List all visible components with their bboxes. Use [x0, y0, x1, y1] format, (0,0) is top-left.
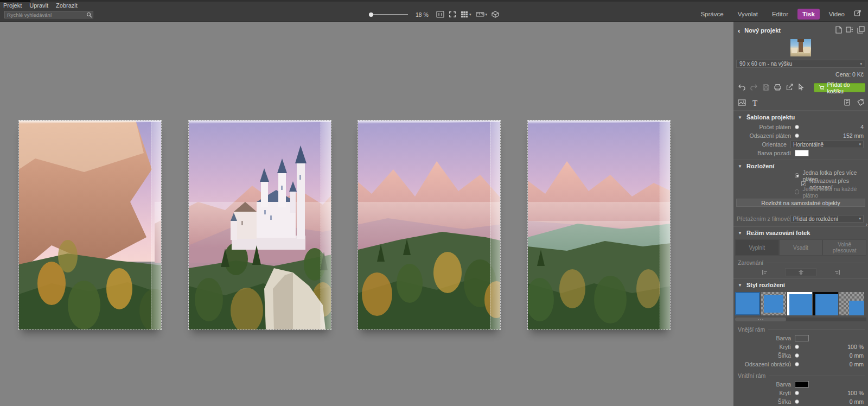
fit-mode-segmented: Vyplnit Vsadit Volně přesouvat	[735, 239, 866, 256]
tab-editor[interactable]: Editor	[767, 9, 793, 20]
collapse-triangle-icon[interactable]: ▼	[738, 164, 742, 169]
slider-handle[interactable]	[795, 353, 799, 358]
section-styl-rozlozeni[interactable]: ▼ Styl rozložení	[733, 278, 868, 290]
outer-frame-color-swatch[interactable]	[795, 335, 809, 341]
background-color-swatch[interactable]	[795, 150, 809, 156]
collapse-triangle-icon[interactable]: ▼	[738, 231, 742, 236]
add-to-cart-button[interactable]: Přidat do košíku	[814, 83, 865, 92]
inner-frame-sublabel: Vnitřní rám	[733, 371, 868, 380]
row-value: 152 mm	[840, 132, 864, 139]
canvas-panel-4[interactable]	[528, 120, 670, 329]
slider-handle[interactable]	[795, 125, 799, 129]
zoom-controls: 18 % ▾ ▾	[369, 11, 499, 18]
back-chevron-icon[interactable]: ‹	[738, 27, 740, 35]
share-export-icon[interactable]	[786, 84, 793, 92]
row-barva-pozadi: Barva pozadí	[733, 149, 868, 157]
zoom-slider-handle[interactable]	[369, 12, 373, 17]
row-inner-barva: Barva	[733, 380, 868, 389]
menu-upravit[interactable]: Upravit	[29, 2, 48, 9]
drag-action-value: Přidat do rozložení	[793, 216, 859, 222]
insert-text-icon[interactable]: T	[752, 100, 757, 106]
radio-icon[interactable]	[795, 173, 799, 178]
canvas-panel-2[interactable]	[189, 120, 331, 329]
tab-spravce[interactable]: Správce	[695, 9, 728, 20]
section-title: Rozložení	[746, 163, 774, 169]
row-value: 100 %	[840, 344, 864, 350]
project-properties-icon[interactable]	[846, 26, 853, 35]
row-outer-sirka: Šířka 0 mm	[733, 351, 868, 360]
canvas-panel-1[interactable]	[19, 120, 161, 329]
print-preview-canvas[interactable]	[0, 22, 733, 406]
insert-image-icon[interactable]	[738, 99, 746, 107]
duplicate-project-icon[interactable]	[857, 26, 865, 35]
style-margin[interactable]	[761, 292, 786, 315]
split-to-objects-button[interactable]: Rozložit na samostatné objekty	[736, 199, 865, 207]
slider-handle[interactable]	[795, 345, 799, 349]
align-left-button[interactable]	[749, 268, 780, 276]
new-project-icon[interactable]	[835, 26, 842, 35]
transform-pointer-icon[interactable]	[798, 84, 804, 92]
drag-action-select[interactable]: Přidat do rozložení ▾	[790, 215, 864, 223]
menu-zobrazit[interactable]: Zobrazit	[56, 2, 78, 9]
grid-view-icon[interactable]: ▾	[461, 11, 471, 18]
module-tabs: Správce Vyvolat Editor Tisk Video	[695, 9, 861, 20]
slider-handle[interactable]	[795, 391, 799, 395]
print-icon[interactable]	[774, 84, 781, 92]
zoom-slider[interactable]	[369, 12, 408, 17]
menu-projekt[interactable]: Projekt	[3, 2, 22, 9]
fit-to-screen-icon[interactable]	[449, 11, 456, 18]
ruler-units-icon[interactable]: ▾	[476, 11, 488, 17]
tab-video[interactable]: Video	[824, 9, 850, 20]
canvas-size-value: 90 x 60 cm - na výšku	[739, 61, 860, 67]
row-label: Orientace	[736, 141, 790, 148]
row-label: Barva pozadí	[736, 150, 795, 156]
tab-tisk[interactable]: Tisk	[797, 9, 820, 20]
alignment-sublabel: Zarovnání	[733, 258, 868, 267]
project-title: Nový projekt	[744, 27, 835, 34]
orientace-select[interactable]: Horizontálně ▾	[790, 141, 864, 148]
style-offset[interactable]	[839, 292, 864, 315]
style-scrollbar[interactable]	[735, 318, 866, 321]
project-thumbnail[interactable]	[790, 39, 811, 56]
price-calculation-icon[interactable]	[844, 99, 851, 107]
section-sablona-projektu[interactable]: ▼ Šablona projektu	[733, 111, 868, 123]
radio-one-photo-each[interactable]: Jedna fotka na každé plátno	[733, 188, 868, 196]
collapse-triangle-icon[interactable]: ▼	[738, 283, 742, 288]
canvas-size-select[interactable]: 90 x 60 cm - na výšku ▾	[736, 60, 865, 68]
grid-dropdown-arrow[interactable]: ▾	[469, 12, 471, 17]
undo-icon[interactable]	[738, 84, 745, 92]
style-white-frame[interactable]	[787, 292, 812, 315]
zoom-1to1-icon[interactable]	[436, 11, 444, 18]
style-black-frame[interactable]	[813, 292, 838, 315]
tab-vyvolat[interactable]: Vyvolat	[733, 9, 763, 20]
external-window-icon[interactable]	[854, 9, 861, 19]
canvas-panel-3[interactable]	[358, 120, 500, 329]
fit-mode-fill-button[interactable]: Vyplnit	[735, 239, 779, 256]
row-label: Šířka	[736, 352, 795, 359]
price-tag-icon[interactable]	[857, 99, 864, 107]
search-input[interactable]	[5, 12, 85, 18]
preview-3d-icon[interactable]	[492, 11, 499, 18]
align-right-button[interactable]	[821, 268, 853, 276]
outer-frame-sublabel: Vnější rám	[733, 325, 868, 334]
quick-search	[4, 11, 93, 18]
fit-mode-label: přesouvat	[833, 248, 857, 253]
save-icon[interactable]	[763, 84, 769, 92]
style-plain[interactable]	[735, 292, 760, 315]
fit-mode-free-button[interactable]: Volně přesouvat	[822, 239, 866, 256]
inner-frame-color-swatch[interactable]	[795, 381, 809, 388]
slider-handle[interactable]	[795, 362, 799, 366]
search-icon[interactable]	[85, 12, 93, 18]
panel-expander-chevron[interactable]: ›	[866, 221, 867, 227]
ruler-dropdown-arrow[interactable]: ▾	[486, 12, 488, 17]
style-scrollbar-thumb[interactable]	[735, 318, 786, 321]
radio-icon[interactable]	[795, 189, 799, 194]
collapse-triangle-icon[interactable]: ▼	[738, 115, 742, 120]
section-rezim-vsazovani[interactable]: ▼ Režim vsazování fotek	[733, 226, 868, 238]
canvas-side-edge	[321, 120, 331, 329]
align-center-button[interactable]	[785, 268, 816, 276]
slider-handle[interactable]	[795, 399, 799, 404]
slider-handle[interactable]	[795, 134, 799, 138]
redo-icon[interactable]	[750, 84, 758, 92]
fit-mode-fit-button[interactable]: Vsadit	[779, 239, 823, 256]
